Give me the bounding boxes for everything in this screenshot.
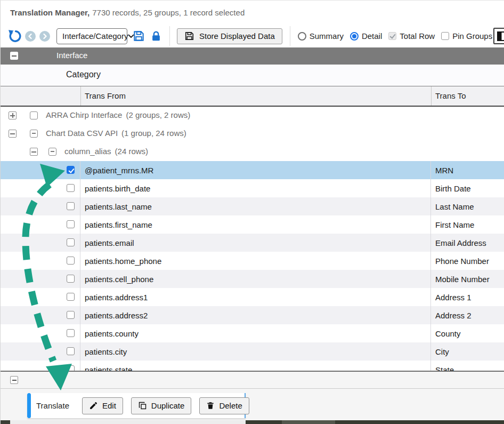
page-title: Translation Manager, (10, 8, 90, 17)
tree-group-row[interactable]: Chart Data CSV API(1 group, 24 rows) (1, 125, 504, 143)
view-select[interactable]: Interface/Category (56, 28, 127, 44)
row-checkbox-cell (1, 252, 80, 270)
table-row[interactable]: patients.cell_phoneMobile Number (1, 270, 504, 288)
cell-trans-from: patients.home_phone (80, 252, 431, 270)
row-checkbox[interactable] (67, 311, 75, 319)
trans-to-column-header[interactable]: Trans To (435, 91, 466, 100)
table-row[interactable]: patients.address1Address 1 (1, 288, 504, 306)
group-label: column_alias(24 rows) (64, 147, 148, 156)
row-checkbox[interactable] (67, 184, 75, 192)
button-label: Delete (219, 401, 242, 410)
back-icon[interactable] (25, 31, 36, 42)
collapse-panel-icon[interactable] (10, 376, 18, 384)
row-checkbox[interactable] (67, 347, 75, 355)
row-checkbox[interactable] (67, 329, 75, 337)
cell-trans-to: First Name (431, 215, 504, 234)
table-row[interactable]: patients.emailEmail Address (1, 234, 504, 252)
store-displayed-data-button[interactable]: Store Displayed Data (177, 28, 282, 44)
cell-trans-to: State (431, 361, 504, 371)
cell-trans-from: patients.state (80, 361, 431, 371)
expand-icon[interactable] (9, 111, 17, 119)
collapse-icon[interactable] (9, 130, 17, 138)
row-checkbox[interactable] (67, 202, 75, 210)
group-checkbox[interactable] (48, 148, 56, 156)
table-row[interactable]: patients.home_phonePhone Number (1, 252, 504, 270)
tree-group-row[interactable]: column_alias(24 rows) (1, 143, 504, 161)
table-row[interactable]: patients.first_nameFirst Name (1, 215, 504, 234)
edit-button[interactable]: Edit (82, 397, 123, 414)
record-summary: 7730 records, 25 groups, 1 record select… (92, 8, 245, 17)
title-bar: Translation Manager, 7730 records, 25 gr… (1, 1, 504, 25)
cell-trans-from: patients.birth_date (80, 179, 431, 197)
group-checkbox[interactable] (30, 111, 38, 119)
row-checkbox-cell (1, 342, 80, 361)
panel-collapse-row (1, 372, 504, 389)
cell-trans-to: Address 2 (431, 306, 504, 324)
column-divider (431, 86, 432, 106)
panel-accent-bar (27, 393, 31, 418)
row-checkbox[interactable] (67, 220, 75, 228)
save-view-icon[interactable] (133, 30, 145, 42)
row-checkbox[interactable] (67, 275, 75, 283)
cell-trans-to: City (431, 342, 504, 361)
pin-groups-checkbox[interactable] (441, 32, 449, 40)
cell-trans-to: Address 1 (431, 288, 504, 306)
row-checkbox[interactable] (67, 293, 75, 301)
total-row-checkbox[interactable] (388, 32, 396, 40)
row-checkbox[interactable] (67, 166, 75, 174)
table-row[interactable]: patients.cityCity (1, 342, 504, 361)
translate-panel: Translate EditDuplicateDelete (27, 393, 246, 418)
row-checkbox[interactable] (67, 365, 75, 371)
table-row[interactable]: patients.countyCounty (1, 324, 504, 342)
tree-group-row[interactable]: ARRA Chirp Interface(2 groups, 2 rows) (1, 107, 504, 125)
cell-trans-to: Mobile Number (431, 270, 504, 288)
forward-icon[interactable] (39, 31, 50, 42)
total-row-label: Total Row (400, 31, 435, 41)
row-checkbox-cell (1, 161, 80, 179)
toolbar-divider (169, 26, 170, 46)
row-checkbox-cell (1, 270, 80, 288)
interface-group-header: Interface (1, 47, 504, 65)
collapse-interface-icon[interactable] (10, 52, 18, 60)
summary-radio[interactable] (298, 32, 306, 41)
detail-radio-label: Detail (362, 31, 382, 41)
translation-manager-window: Translation Manager, 7730 records, 25 gr… (0, 0, 504, 424)
cell-trans-from: patients.first_name (80, 215, 431, 234)
table-row[interactable]: patients.last_nameLast Name (1, 197, 504, 215)
row-checkbox-cell (1, 288, 80, 306)
row-checkbox[interactable] (67, 257, 75, 265)
row-checkbox[interactable] (67, 238, 75, 246)
table-row[interactable]: patients.birth_dateBirth Date (1, 179, 504, 197)
delete-button[interactable]: Delete (199, 397, 249, 414)
cell-trans-from: patients.email (80, 234, 431, 252)
cell-trans-from: patients.address1 (80, 288, 431, 306)
cell-trans-to: Birth Date (431, 179, 504, 197)
trans-from-column-header[interactable]: Trans From (85, 91, 126, 100)
table-row[interactable]: patients.address2Address 2 (1, 306, 504, 324)
translate-label: Translate (36, 401, 69, 410)
row-checkbox-cell (1, 361, 80, 371)
undo-icon[interactable] (7, 29, 21, 43)
toolbar: Interface/Category (1, 25, 504, 47)
cell-trans-from: @patient_mrns.MR (80, 161, 431, 179)
trash-icon (206, 401, 215, 410)
columns-button[interactable] (493, 28, 504, 44)
group-label: ARRA Chirp Interface(2 groups, 2 rows) (46, 110, 190, 119)
view-select-value: Interface/Category (62, 31, 128, 41)
row-checkbox-cell (1, 306, 80, 324)
cell-trans-from: patients.last_name (80, 197, 431, 215)
store-button-label: Store Displayed Data (199, 31, 275, 41)
row-checkbox-cell (1, 234, 80, 252)
lock-icon[interactable] (150, 30, 162, 42)
collapse-icon[interactable] (30, 148, 38, 156)
category-group-header: Category (1, 65, 504, 86)
table-row[interactable]: @patient_mrns.MRMRN (1, 161, 504, 179)
duplicate-button[interactable]: Duplicate (131, 397, 192, 414)
summary-radio-label: Summary (310, 31, 344, 41)
cell-trans-from: patients.address2 (80, 306, 431, 324)
detail-radio[interactable] (350, 32, 359, 41)
row-checkbox-cell (1, 215, 80, 234)
cell-trans-from: patients.county (80, 324, 431, 342)
table-row[interactable]: patients.stateState (1, 361, 504, 371)
group-checkbox[interactable] (30, 130, 38, 138)
